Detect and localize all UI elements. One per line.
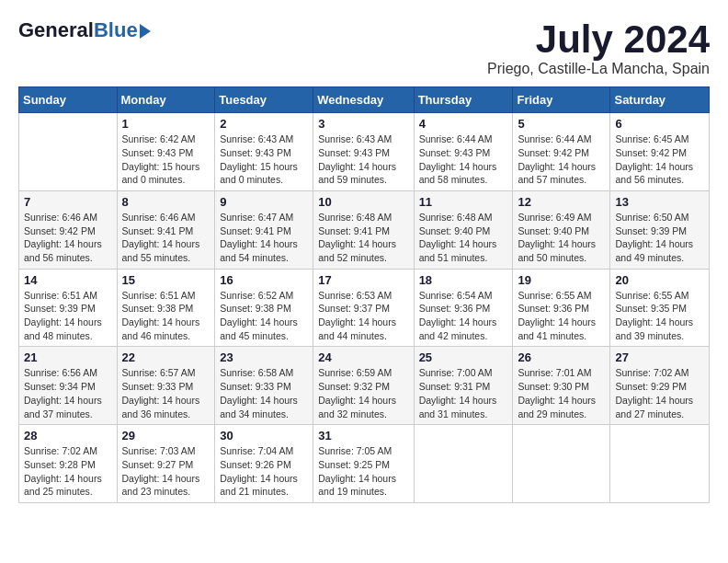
day-info: Sunrise: 6:51 AMSunset: 9:38 PMDaylight:… (122, 289, 210, 343)
day-number: 20 (615, 273, 704, 287)
day-number: 7 (24, 195, 112, 209)
calendar-cell: 16Sunrise: 6:52 AMSunset: 9:38 PMDayligh… (215, 269, 313, 347)
calendar-cell: 21Sunrise: 6:56 AMSunset: 9:34 PMDayligh… (19, 347, 118, 425)
day-info: Sunrise: 6:43 AMSunset: 9:43 PMDaylight:… (318, 132, 408, 187)
day-number: 18 (419, 273, 508, 287)
calendar-cell: 30Sunrise: 7:04 AMSunset: 9:26 PMDayligh… (215, 425, 313, 503)
calendar-cell: 17Sunrise: 6:53 AMSunset: 9:37 PMDayligh… (313, 269, 414, 347)
month-year-title: July 2024 (487, 18, 710, 61)
day-info: Sunrise: 6:47 AMSunset: 9:41 PMDaylight:… (220, 211, 308, 265)
day-info: Sunrise: 7:00 AMSunset: 9:31 PMDaylight:… (419, 366, 508, 420)
calendar-cell: 13Sunrise: 6:50 AMSunset: 9:39 PMDayligh… (610, 190, 710, 269)
calendar-body: 1Sunrise: 6:42 AMSunset: 9:43 PMDaylight… (19, 113, 710, 503)
day-number: 16 (220, 273, 308, 287)
calendar-cell: 9Sunrise: 6:47 AMSunset: 9:41 PMDaylight… (215, 190, 313, 269)
day-number: 13 (615, 195, 704, 209)
calendar-cell: 12Sunrise: 6:49 AMSunset: 9:40 PMDayligh… (513, 190, 610, 269)
day-info: Sunrise: 6:50 AMSunset: 9:39 PMDaylight:… (615, 211, 704, 265)
day-info: Sunrise: 6:52 AMSunset: 9:38 PMDaylight:… (220, 289, 308, 343)
calendar-cell (513, 425, 610, 503)
calendar-cell: 7Sunrise: 6:46 AMSunset: 9:42 PMDaylight… (19, 190, 118, 269)
day-number: 10 (318, 195, 408, 209)
calendar-cell: 26Sunrise: 7:01 AMSunset: 9:30 PMDayligh… (513, 347, 610, 425)
logo: General Blue (18, 18, 151, 42)
calendar-cell: 11Sunrise: 6:48 AMSunset: 9:40 PMDayligh… (414, 190, 513, 269)
calendar-week-2: 7Sunrise: 6:46 AMSunset: 9:42 PMDaylight… (19, 190, 710, 269)
day-info: Sunrise: 6:58 AMSunset: 9:33 PMDaylight:… (220, 366, 308, 420)
day-info: Sunrise: 6:56 AMSunset: 9:34 PMDaylight:… (24, 366, 112, 420)
day-info: Sunrise: 7:02 AMSunset: 9:29 PMDaylight:… (615, 366, 704, 420)
day-number: 30 (220, 429, 308, 442)
calendar-cell: 3Sunrise: 6:43 AMSunset: 9:43 PMDaylight… (313, 113, 414, 191)
calendar-cell: 24Sunrise: 6:59 AMSunset: 9:32 PMDayligh… (313, 347, 414, 425)
header-day-sunday: Sunday (19, 87, 118, 113)
day-info: Sunrise: 6:55 AMSunset: 9:36 PMDaylight:… (518, 289, 605, 343)
calendar-cell: 23Sunrise: 6:58 AMSunset: 9:33 PMDayligh… (215, 347, 313, 425)
calendar-cell: 5Sunrise: 6:44 AMSunset: 9:42 PMDaylight… (513, 113, 610, 191)
calendar-cell (19, 113, 118, 191)
day-info: Sunrise: 6:44 AMSunset: 9:42 PMDaylight:… (518, 132, 605, 187)
logo-arrow-icon (140, 24, 151, 39)
header-day-wednesday: Wednesday (313, 87, 414, 113)
day-info: Sunrise: 6:53 AMSunset: 9:37 PMDaylight:… (318, 289, 408, 343)
calendar-week-3: 14Sunrise: 6:51 AMSunset: 9:39 PMDayligh… (19, 269, 710, 347)
day-info: Sunrise: 7:05 AMSunset: 9:25 PMDaylight:… (318, 444, 408, 499)
day-info: Sunrise: 7:02 AMSunset: 9:28 PMDaylight:… (24, 444, 112, 499)
day-info: Sunrise: 6:42 AMSunset: 9:43 PMDaylight:… (122, 132, 210, 187)
day-number: 12 (518, 195, 605, 209)
day-number: 28 (24, 429, 112, 442)
day-info: Sunrise: 6:48 AMSunset: 9:40 PMDaylight:… (419, 211, 508, 265)
day-number: 9 (220, 195, 308, 209)
calendar-cell: 15Sunrise: 6:51 AMSunset: 9:38 PMDayligh… (117, 269, 215, 347)
day-info: Sunrise: 6:54 AMSunset: 9:36 PMDaylight:… (419, 289, 508, 343)
header-day-monday: Monday (117, 87, 215, 113)
day-number: 19 (518, 273, 605, 287)
day-info: Sunrise: 6:51 AMSunset: 9:39 PMDaylight:… (24, 289, 112, 343)
calendar-cell: 19Sunrise: 6:55 AMSunset: 9:36 PMDayligh… (513, 269, 610, 347)
day-number: 17 (318, 273, 408, 287)
calendar-cell: 25Sunrise: 7:00 AMSunset: 9:31 PMDayligh… (414, 347, 513, 425)
calendar-cell: 22Sunrise: 6:57 AMSunset: 9:33 PMDayligh… (117, 347, 215, 425)
day-number: 1 (122, 117, 210, 131)
day-info: Sunrise: 6:57 AMSunset: 9:33 PMDaylight:… (122, 366, 210, 420)
day-number: 24 (318, 350, 408, 364)
header-day-friday: Friday (513, 87, 610, 113)
calendar-cell: 27Sunrise: 7:02 AMSunset: 9:29 PMDayligh… (610, 347, 710, 425)
calendar-cell: 14Sunrise: 6:51 AMSunset: 9:39 PMDayligh… (19, 269, 118, 347)
day-number: 26 (518, 350, 605, 364)
calendar-cell: 6Sunrise: 6:45 AMSunset: 9:42 PMDaylight… (610, 113, 710, 191)
day-number: 6 (615, 117, 704, 131)
day-number: 21 (24, 350, 112, 364)
day-number: 25 (419, 350, 508, 364)
day-number: 3 (318, 117, 408, 131)
day-number: 23 (220, 350, 308, 364)
day-number: 22 (122, 350, 210, 364)
day-number: 4 (419, 117, 508, 131)
day-info: Sunrise: 6:44 AMSunset: 9:43 PMDaylight:… (419, 132, 508, 187)
day-number: 15 (122, 273, 210, 287)
day-info: Sunrise: 6:46 AMSunset: 9:41 PMDaylight:… (122, 211, 210, 265)
header-day-tuesday: Tuesday (215, 87, 313, 113)
calendar-cell: 8Sunrise: 6:46 AMSunset: 9:41 PMDaylight… (117, 190, 215, 269)
day-info: Sunrise: 6:46 AMSunset: 9:42 PMDaylight:… (24, 211, 112, 265)
calendar-cell (610, 425, 710, 503)
calendar-cell: 2Sunrise: 6:43 AMSunset: 9:43 PMDaylight… (215, 113, 313, 191)
day-info: Sunrise: 6:49 AMSunset: 9:40 PMDaylight:… (518, 211, 605, 265)
location-text: Priego, Castille-La Mancha, Spain (487, 61, 710, 77)
day-info: Sunrise: 7:01 AMSunset: 9:30 PMDaylight:… (518, 366, 605, 420)
day-info: Sunrise: 6:48 AMSunset: 9:41 PMDaylight:… (318, 211, 408, 265)
title-section: July 2024 Priego, Castille-La Mancha, Sp… (487, 18, 710, 77)
calendar-header: SundayMondayTuesdayWednesdayThursdayFrid… (19, 87, 710, 113)
calendar-cell: 1Sunrise: 6:42 AMSunset: 9:43 PMDaylight… (117, 113, 215, 191)
logo-general-text: General (18, 18, 94, 42)
day-info: Sunrise: 6:59 AMSunset: 9:32 PMDaylight:… (318, 366, 408, 420)
day-number: 27 (615, 350, 704, 364)
calendar-week-1: 1Sunrise: 6:42 AMSunset: 9:43 PMDaylight… (19, 113, 710, 191)
day-info: Sunrise: 6:45 AMSunset: 9:42 PMDaylight:… (615, 132, 704, 187)
day-number: 5 (518, 117, 605, 131)
calendar-cell: 20Sunrise: 6:55 AMSunset: 9:35 PMDayligh… (610, 269, 710, 347)
day-info: Sunrise: 6:55 AMSunset: 9:35 PMDaylight:… (615, 289, 704, 343)
day-number: 14 (24, 273, 112, 287)
calendar-cell: 4Sunrise: 6:44 AMSunset: 9:43 PMDaylight… (414, 113, 513, 191)
day-number: 8 (122, 195, 210, 209)
